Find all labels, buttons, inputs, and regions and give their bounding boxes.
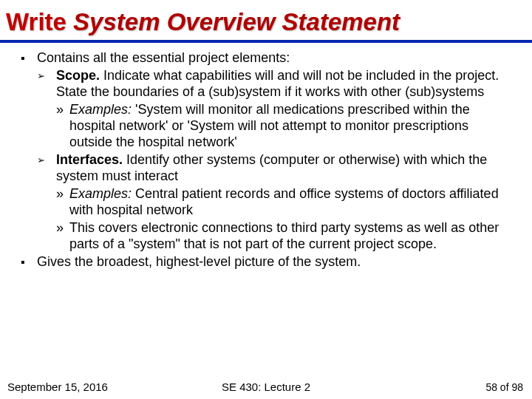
slide-title: Write System Overview Statement (0, 0, 532, 40)
bullet-scope: Scope. Indicate what capabilities will a… (37, 68, 511, 100)
title-underline (0, 40, 532, 43)
title-first-word: Write (6, 8, 66, 35)
examples-label: Examples: (69, 102, 132, 117)
interfaces-note-text: This covers electronic connections to th… (69, 220, 499, 251)
bullet-interfaces: Interfaces. Identify other systems (comp… (37, 152, 511, 185)
interfaces-label: Interfaces. (56, 152, 123, 167)
title-rest: System Overview Statement (73, 8, 400, 35)
bullet-interfaces-example: Examples: Central patient records and of… (56, 186, 511, 219)
bullet-interfaces-note: This covers electronic connections to th… (56, 220, 511, 253)
content-area: Contains all the essential project eleme… (0, 50, 532, 270)
bullet-contains: Contains all the essential project eleme… (21, 50, 511, 66)
examples-label-2: Examples: (69, 186, 132, 201)
bullet-text: Gives the broadest, highest-level pictur… (37, 254, 361, 269)
slide: Write System Overview Statement Contains… (0, 0, 532, 399)
scope-label: Scope. (56, 68, 100, 83)
footer-course: SE 430: Lecture 2 (0, 381, 532, 393)
bullet-scope-example: Examples: 'System will monitor all medic… (56, 102, 511, 151)
scope-text: Indicate what capabilities will and will… (56, 68, 499, 99)
bullet-text: Contains all the essential project eleme… (37, 50, 290, 65)
bullet-broadest: Gives the broadest, highest-level pictur… (21, 254, 511, 270)
footer-page: 58 of 98 (485, 381, 523, 393)
interfaces-example-text: Central patient records and office syste… (69, 186, 499, 217)
